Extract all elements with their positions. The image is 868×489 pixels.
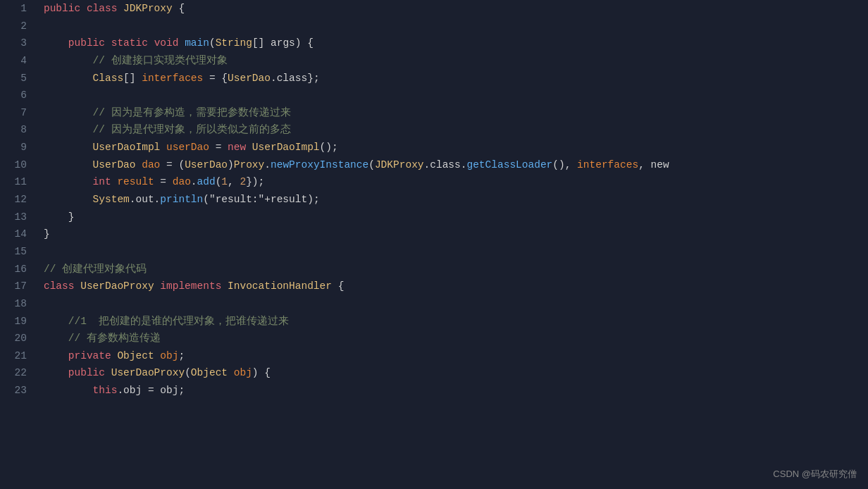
table-row: 22 public UserDaoProxy(Object obj) { (0, 364, 868, 382)
code-line: UserDaoImpl userDao = new UserDaoImpl(); (38, 139, 868, 156)
code-line: // 创建代理对象代码 (38, 261, 868, 278)
table-row: 15 (0, 243, 868, 261)
line-number: 5 (0, 70, 38, 87)
table-row: 19 //1 把创建的是谁的代理对象，把谁传递过来 (0, 313, 868, 330)
code-table: 1public class JDKProxy {2 3 public stati… (0, 0, 868, 400)
table-row: 1public class JDKProxy { (0, 0, 868, 18)
table-row: 7 // 因为是有参构造，需要把参数传递过来 (0, 104, 868, 122)
line-number: 23 (0, 382, 38, 400)
code-line (38, 295, 868, 313)
line-number: 17 (0, 278, 38, 295)
line-number: 2 (0, 18, 38, 35)
line-number: 12 (0, 191, 38, 209)
line-number: 4 (0, 52, 38, 70)
watermark: CSDN @码农研究僧 (773, 468, 857, 481)
code-line: Class[] interfaces = {UserDao.class}; (38, 70, 868, 87)
table-row: 8 // 因为是代理对象，所以类似之前的多态 (0, 121, 868, 139)
line-number: 20 (0, 330, 38, 347)
table-row: 21 private Object obj; (0, 347, 868, 365)
code-line: } (38, 209, 868, 226)
code-line: // 因为是有参构造，需要把参数传递过来 (38, 104, 868, 122)
line-number: 1 (0, 0, 38, 18)
table-row: 9 UserDaoImpl userDao = new UserDaoImpl(… (0, 139, 868, 156)
table-row: 5 Class[] interfaces = {UserDao.class}; (0, 70, 868, 87)
table-row: 18 (0, 295, 868, 313)
line-number: 10 (0, 156, 38, 174)
code-line: class UserDaoProxy implements Invocation… (38, 278, 868, 295)
line-number: 11 (0, 173, 38, 191)
table-row: 20 // 有参数构造传递 (0, 330, 868, 347)
line-number: 7 (0, 104, 38, 122)
line-number: 3 (0, 35, 38, 52)
code-line: int result = dao.add(1, 2}); (38, 173, 868, 191)
code-line: } (38, 225, 868, 243)
line-number: 19 (0, 313, 38, 330)
table-row: 12 System.out.println("result:"+result); (0, 191, 868, 209)
table-row: 4 // 创建接口实现类代理对象 (0, 52, 868, 70)
code-line: //1 把创建的是谁的代理对象，把谁传递过来 (38, 313, 868, 330)
code-line: System.out.println("result:"+result); (38, 191, 868, 209)
code-line: public UserDaoProxy(Object obj) { (38, 364, 868, 382)
line-number: 9 (0, 139, 38, 156)
line-number: 21 (0, 347, 38, 365)
line-number: 15 (0, 243, 38, 261)
code-line (38, 18, 868, 35)
code-container: 1public class JDKProxy {2 3 public stati… (0, 0, 868, 489)
code-line: // 创建接口实现类代理对象 (38, 52, 868, 70)
line-number: 16 (0, 261, 38, 278)
line-number: 8 (0, 121, 38, 139)
table-row: 3 public static void main(String[] args)… (0, 35, 868, 52)
line-number: 14 (0, 225, 38, 243)
table-row: 11 int result = dao.add(1, 2}); (0, 173, 868, 191)
code-line: UserDao dao = (UserDao)Proxy.newProxyIns… (38, 156, 868, 174)
table-row: 16// 创建代理对象代码 (0, 261, 868, 278)
line-number: 13 (0, 209, 38, 226)
code-line (38, 243, 868, 261)
line-number: 18 (0, 295, 38, 313)
table-row: 14} (0, 225, 868, 243)
table-row: 23 this.obj = obj; (0, 382, 868, 400)
line-number: 22 (0, 364, 38, 382)
line-number: 6 (0, 87, 38, 104)
code-line: private Object obj; (38, 347, 868, 365)
table-row: 13 } (0, 209, 868, 226)
code-line: // 因为是代理对象，所以类似之前的多态 (38, 121, 868, 139)
table-row: 10 UserDao dao = (UserDao)Proxy.newProxy… (0, 156, 868, 174)
table-row: 6 (0, 87, 868, 104)
table-row: 17class UserDaoProxy implements Invocati… (0, 278, 868, 295)
code-line: this.obj = obj; (38, 382, 868, 400)
table-row: 2 (0, 18, 868, 35)
code-line: public static void main(String[] args) { (38, 35, 868, 52)
code-line: // 有参数构造传递 (38, 330, 868, 347)
code-line (38, 87, 868, 104)
code-line: public class JDKProxy { (38, 0, 868, 18)
